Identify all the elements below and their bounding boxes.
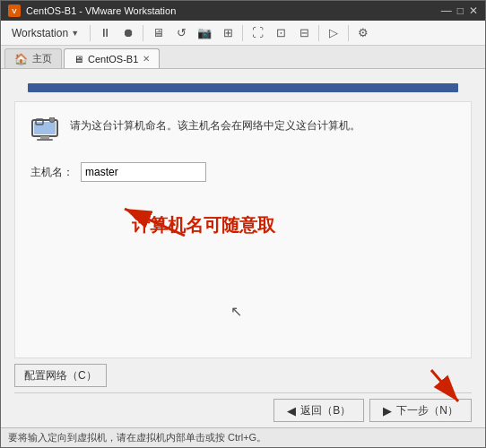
status-text: 要将输入定向到虚拟机，请在虚拟机内部单击或按 Ctrl+G。 — [8, 431, 266, 444]
next-icon: ▶ — [383, 404, 392, 418]
app-icon: V — [8, 4, 21, 17]
empty-area: ↖ — [29, 276, 457, 344]
toolbar-fullscreen-btn[interactable]: ⛶ — [247, 22, 268, 44]
toolbar-zoom2-btn[interactable]: ⊟ — [293, 22, 315, 44]
bottom-area: 配置网络（C） — [14, 358, 472, 392]
svg-rect-2 — [40, 136, 49, 139]
computer-icon — [30, 117, 59, 146]
toolbar-separator-3 — [242, 25, 243, 41]
hostname-row: 主机名： — [30, 162, 457, 182]
tab-centos-b1[interactable]: 🖥 CentOS-B1 ✕ — [64, 48, 160, 68]
svg-rect-1 — [34, 122, 56, 134]
nav-area: ◀ 返回（B） ▶ 下一步（N） — [1, 392, 485, 427]
toolbar-pause-btn[interactable]: ⏸ — [94, 22, 116, 44]
menu-dropdown-icon: ▼ — [71, 29, 79, 38]
tab-centos-label: CentOS-B1 — [88, 54, 138, 65]
next-label: 下一步（N） — [396, 403, 458, 418]
vm-tab-icon: 🖥 — [74, 54, 83, 65]
workstation-menu-label: Workstation — [12, 27, 68, 39]
progress-bar-container — [1, 69, 485, 101]
toolbar-separator-4 — [318, 25, 319, 41]
toolbar-monitor-btn[interactable]: 🖥 — [147, 22, 169, 44]
toolbar-refresh-btn[interactable]: ↺ — [170, 22, 192, 44]
menu-bar: Workstation ▼ ⏸ ⏺ 🖥 ↺ 📷 ⊞ ⛶ ⊡ ⊟ ▷ ⚙ — [1, 21, 485, 46]
cursor-indicator: ↖ — [230, 303, 242, 320]
description-text: 请为这台计算机命名。该主机名会在网络中定义这台计算机。 — [70, 116, 360, 134]
vm-body: 请为这台计算机命名。该主机名会在网络中定义这台计算机。 主机名： — [1, 69, 485, 447]
back-icon: ◀ — [287, 404, 296, 418]
svg-rect-3 — [37, 139, 53, 141]
tabs-bar: 🏠 主页 🖥 CentOS-B1 ✕ — [1, 46, 485, 69]
wizard-content: 请为这台计算机命名。该主机名会在网络中定义这台计算机。 主机名： — [14, 101, 472, 358]
toolbar-separator-2 — [143, 25, 143, 41]
toolbar-settings-btn[interactable]: ⚙ — [352, 22, 374, 44]
toolbar-console-btn[interactable]: ▷ — [323, 22, 344, 44]
close-button[interactable]: ✕ — [469, 4, 478, 17]
toolbar-separator-1 — [90, 25, 91, 41]
computer-icon-box — [29, 116, 61, 148]
tab-home-label: 主页 — [32, 52, 52, 65]
svg-point-5 — [49, 117, 55, 123]
annotation-text: 计算机名可随意取 — [132, 213, 275, 237]
toolbar-pause2-btn[interactable]: ⏺ — [117, 22, 139, 44]
tab-close-button[interactable]: ✕ — [143, 54, 150, 64]
nav-buttons: ◀ 返回（B） ▶ 下一步（N） — [14, 392, 472, 427]
tab-home[interactable]: 🏠 主页 — [4, 48, 62, 68]
progress-bar — [28, 83, 458, 92]
workstation-menu[interactable]: Workstation ▼ — [4, 24, 86, 42]
toolbar-snapshot-btn[interactable]: 📷 — [194, 22, 215, 44]
hostname-label: 主机名： — [30, 165, 74, 180]
window-title: CentOS-B1 - VMware Workstation — [26, 5, 176, 16]
maximize-button[interactable]: □ — [457, 4, 464, 17]
back-button[interactable]: ◀ 返回（B） — [273, 399, 364, 422]
description-row: 请为这台计算机命名。该主机名会在网络中定义这台计算机。 — [29, 116, 457, 148]
hostname-input[interactable] — [81, 162, 206, 182]
status-bar: 要将输入定向到虚拟机，请在虚拟机内部单击或按 Ctrl+G。 — [1, 427, 485, 447]
back-label: 返回（B） — [300, 403, 351, 418]
minimize-button[interactable]: — — [441, 4, 452, 17]
toolbar-clone-btn[interactable]: ⊞ — [217, 22, 239, 44]
toolbar-separator-5 — [348, 25, 349, 41]
toolbar-zoom-btn[interactable]: ⊡ — [270, 22, 291, 44]
network-config-label: 配置网络（C） — [24, 368, 97, 383]
home-icon: 🏠 — [14, 53, 28, 65]
network-config-button[interactable]: 配置网络（C） — [14, 364, 107, 387]
title-bar: V CentOS-B1 - VMware Workstation — □ ✕ — [1, 1, 485, 21]
title-bar-controls[interactable]: — □ ✕ — [441, 4, 478, 17]
next-button[interactable]: ▶ 下一步（N） — [369, 399, 472, 422]
